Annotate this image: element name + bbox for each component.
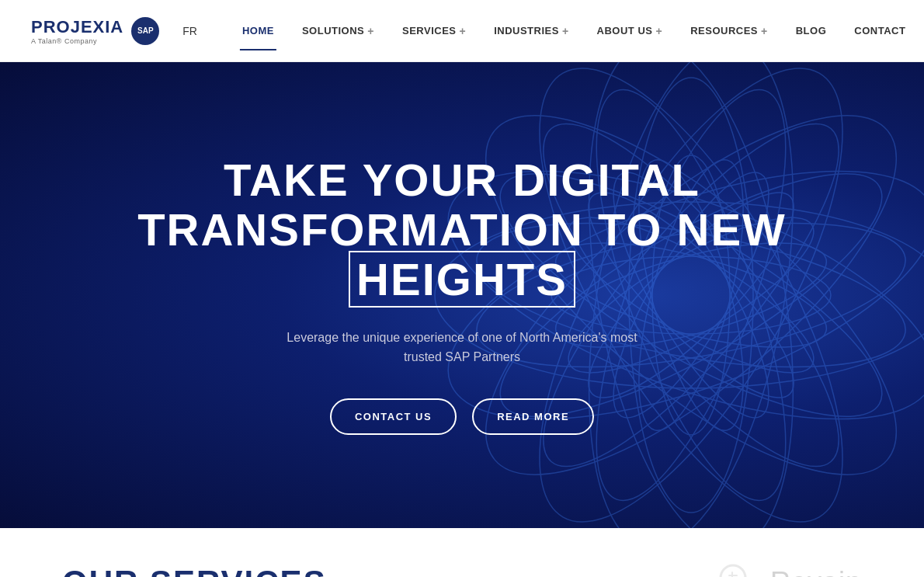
- bottom-section: OUR SERVICES Revain: [0, 528, 924, 577]
- nav-services[interactable]: SERVICES +: [388, 17, 480, 45]
- main-nav: HOME SOLUTIONS + SERVICES + INDUSTRIES +…: [228, 17, 919, 45]
- hero-buttons: CONTACT US READ MORE: [330, 398, 594, 435]
- nav-resources[interactable]: RESOURCES +: [676, 17, 782, 45]
- site-header: PROJEXIA A Talan® Company SAP FR HOME SO…: [0, 0, 924, 62]
- hero-section: .wave-line { fill: none; stroke: #4488ff…: [0, 62, 924, 528]
- services-dropdown-icon: +: [459, 25, 466, 37]
- revain-text: Revain: [770, 566, 862, 577]
- revain-logo: Revain: [714, 559, 862, 577]
- nav-contact[interactable]: CONTACT: [840, 17, 919, 44]
- hero-subtext: Leverage the unique experience of one of…: [268, 328, 656, 367]
- hero-headline: TAKE YOUR DIGITAL TRANSFORMATION TO NEW …: [78, 155, 846, 304]
- solutions-dropdown-icon: +: [367, 25, 374, 37]
- resources-dropdown-icon: +: [761, 25, 768, 37]
- contact-us-button[interactable]: CONTACT US: [330, 398, 457, 435]
- about-dropdown-icon: +: [655, 25, 662, 37]
- svg-rect-33: [731, 572, 733, 577]
- hero-content: TAKE YOUR DIGITAL TRANSFORMATION TO NEW …: [0, 62, 924, 528]
- nav-blog[interactable]: BLOG: [782, 17, 841, 44]
- logo-badge: SAP: [131, 17, 159, 45]
- nav-industries[interactable]: INDUSTRIES +: [480, 17, 582, 45]
- nav-solutions[interactable]: SOLUTIONS +: [288, 17, 388, 45]
- revain-icon: [714, 559, 761, 577]
- nav-home[interactable]: HOME: [228, 17, 288, 44]
- logo-sub: A Talan® Company: [31, 37, 123, 45]
- industries-dropdown-icon: +: [562, 25, 569, 37]
- services-heading: OUR SERVICES: [62, 564, 327, 577]
- nav-about[interactable]: ABOUT US +: [583, 17, 677, 45]
- read-more-button[interactable]: READ MORE: [472, 398, 594, 435]
- lang-switcher[interactable]: FR: [182, 25, 197, 37]
- logo[interactable]: PROJEXIA A Talan® Company SAP: [31, 17, 159, 45]
- logo-brand: PROJEXIA: [31, 17, 123, 37]
